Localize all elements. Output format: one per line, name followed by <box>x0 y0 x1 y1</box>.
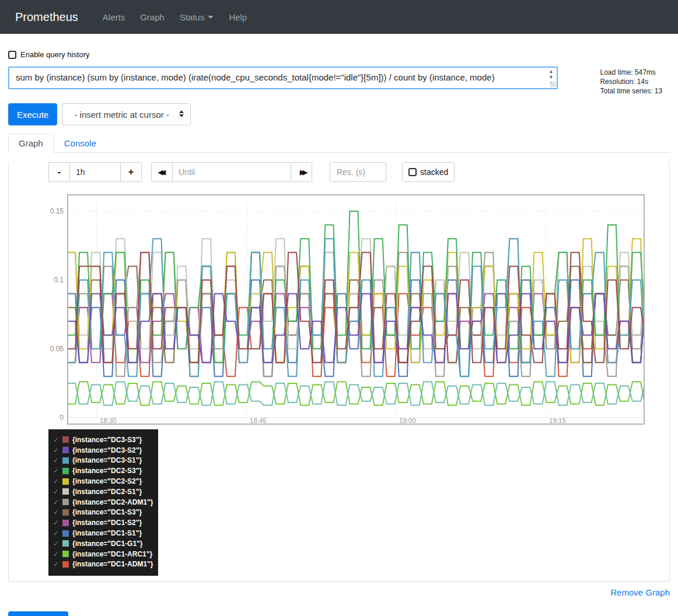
execute-button[interactable]: Execute <box>8 103 57 125</box>
legend-swatch <box>62 499 69 505</box>
y-axis-tick-label: 0.05 <box>39 345 64 353</box>
checkmark-icon: ✓ <box>53 519 61 527</box>
nav-item-help[interactable]: Help <box>229 12 247 22</box>
legend-label: {instance="DC1-S3"} <box>72 508 142 516</box>
legend-swatch <box>62 561 69 568</box>
graph-panel: - 1h + ◀◀ Until ▶▶ Res. (s) stacked 00.0… <box>8 162 670 582</box>
checkmark-icon: ✓ <box>53 529 61 537</box>
navbar: Prometheus Alerts Graph Status Help <box>0 0 678 34</box>
legend-item[interactable]: ✓{instance="DC1-ARC1"} <box>53 549 155 559</box>
legend-swatch <box>62 447 69 453</box>
brand-prometheus[interactable]: Prometheus <box>15 10 78 24</box>
checkmark-icon: ✓ <box>53 456 61 464</box>
legend-item[interactable]: ✓{instance="DC2-S3"} <box>53 466 155 476</box>
x-axis-tick-label: 19:00 <box>399 417 416 424</box>
chevron-down-icon <box>208 16 214 19</box>
query-history-checkbox[interactable] <box>8 51 16 59</box>
stat-total-series: Total time series: 13 <box>600 86 670 96</box>
legend-item[interactable]: ✓{instance="DC1-S3"} <box>53 508 155 518</box>
legend-item[interactable]: ✓{instance="DC2-S1"} <box>53 487 155 497</box>
range-input[interactable]: 1h <box>70 162 120 182</box>
range-increase-button[interactable]: + <box>120 162 142 182</box>
legend-item[interactable]: ✓{instance="DC3-S3"} <box>53 435 155 445</box>
stacked-checkbox[interactable] <box>408 168 417 176</box>
legend-swatch <box>62 488 69 495</box>
until-input[interactable]: Until <box>173 162 291 182</box>
legend-label: {instance="DC3-S1"} <box>72 456 142 464</box>
x-axis-tick-label: 19:15 <box>549 417 566 424</box>
query-stats: Load time: 547ms Resolution: 14s Total t… <box>600 66 670 96</box>
x-axis-tick-label: 18:30 <box>100 417 117 424</box>
select-caret-icon <box>179 110 184 117</box>
scroll-up-icon[interactable]: ▲ <box>548 69 553 74</box>
legend-item[interactable]: ✓{instance="DC1-G1"} <box>53 538 155 549</box>
legend-swatch <box>62 457 69 464</box>
checkmark-icon: ✓ <box>53 467 61 475</box>
legend-label: {instance="DC1-S2"} <box>72 519 142 527</box>
legend-item[interactable]: ✓{instance="DC3-S2"} <box>53 445 155 456</box>
checkmark-icon: ✓ <box>53 436 61 444</box>
checkmark-icon: ✓ <box>53 498 61 506</box>
checkmark-icon: ✓ <box>53 488 61 496</box>
legend-label: {instance="DC3-S2"} <box>72 446 142 454</box>
legend-item[interactable]: ✓{instance="DC1-S1"} <box>53 528 155 538</box>
time-forward-button[interactable]: ▶▶ <box>291 162 312 182</box>
legend-item[interactable]: ✓{instance="DC2-ADM1"} <box>53 497 155 508</box>
legend-swatch <box>62 540 69 547</box>
graph-controls: - 1h + ◀◀ Until ▶▶ Res. (s) stacked <box>48 162 669 182</box>
x-axis-tick-label: 18:45 <box>250 417 267 424</box>
add-graph-button[interactable]: Add Graph <box>8 611 68 616</box>
tab-graph[interactable]: Graph <box>8 134 54 153</box>
time-back-button[interactable]: ◀◀ <box>151 162 173 182</box>
stacked-toggle[interactable]: stacked <box>402 162 455 182</box>
legend-label: {instance="DC1-ARC1"} <box>72 550 152 558</box>
stacked-label: stacked <box>420 167 448 177</box>
legend-swatch <box>62 530 69 537</box>
legend-item[interactable]: ✓{instance="DC1-S2"} <box>53 517 155 528</box>
query-history-label: Enable query history <box>20 50 90 59</box>
legend-label: {instance="DC1-ADM1"} <box>72 560 153 568</box>
tab-console[interactable]: Console <box>54 134 107 153</box>
legend-swatch <box>62 509 69 516</box>
tab-bar: Graph Console <box>8 134 670 153</box>
checkmark-icon: ✓ <box>53 446 61 454</box>
metric-select[interactable]: - insert metric at cursor - <box>62 103 191 125</box>
resize-grip-icon[interactable] <box>550 82 556 88</box>
nav-item-status[interactable]: Status <box>180 12 214 22</box>
checkmark-icon: ✓ <box>53 508 61 516</box>
legend-swatch <box>62 520 69 526</box>
legend-label: {instance="DC2-S1"} <box>72 488 142 496</box>
metric-select-label: - insert metric at cursor - <box>74 110 169 120</box>
chart-series-line <box>67 382 645 405</box>
checkmark-icon: ✓ <box>53 550 61 558</box>
stat-load-time: Load time: 547ms <box>600 68 670 77</box>
chart: 00.050.10.15 18:3018:4519:0019:15 <box>39 194 673 426</box>
legend-label: {instance="DC1-G1"} <box>72 540 142 548</box>
scroll-down-icon[interactable]: ▼ <box>548 75 553 80</box>
range-decrease-button[interactable]: - <box>48 162 70 182</box>
legend-swatch <box>62 478 69 485</box>
rewind-icon: ◀◀ <box>158 169 166 176</box>
stat-resolution: Resolution: 14s <box>600 77 670 86</box>
legend-item[interactable]: ✓{instance="DC1-ADM1"} <box>53 559 155 570</box>
checkmark-icon: ✓ <box>53 560 61 568</box>
remove-graph-link[interactable]: Remove Graph <box>610 587 670 597</box>
nav-item-graph[interactable]: Graph <box>140 12 165 22</box>
checkmark-icon: ✓ <box>53 540 61 548</box>
fast-forward-icon: ▶▶ <box>298 169 305 176</box>
legend-item[interactable]: ✓{instance="DC3-S1"} <box>53 456 155 466</box>
checkmark-icon: ✓ <box>53 477 61 485</box>
y-axis-tick-label: 0 <box>39 414 64 422</box>
legend-swatch <box>62 468 69 474</box>
legend-item[interactable]: ✓{instance="DC2-S2"} <box>53 476 155 487</box>
resolution-input[interactable]: Res. (s) <box>330 162 386 182</box>
legend-label: {instance="DC2-ADM1"} <box>72 498 153 506</box>
legend-label: {instance="DC1-S1"} <box>72 529 142 537</box>
nav-item-alerts[interactable]: Alerts <box>103 12 125 22</box>
plot-area[interactable]: 18:3018:4519:0019:15 <box>67 194 645 425</box>
chart-svg <box>67 194 645 425</box>
legend-swatch <box>62 551 69 557</box>
legend-label: {instance="DC2-S2"} <box>72 477 142 485</box>
query-expression-input[interactable]: sum by (instance) (sum by (instance, mod… <box>8 66 558 89</box>
legend: ✓{instance="DC3-S3"}✓{instance="DC3-S2"}… <box>48 429 158 576</box>
